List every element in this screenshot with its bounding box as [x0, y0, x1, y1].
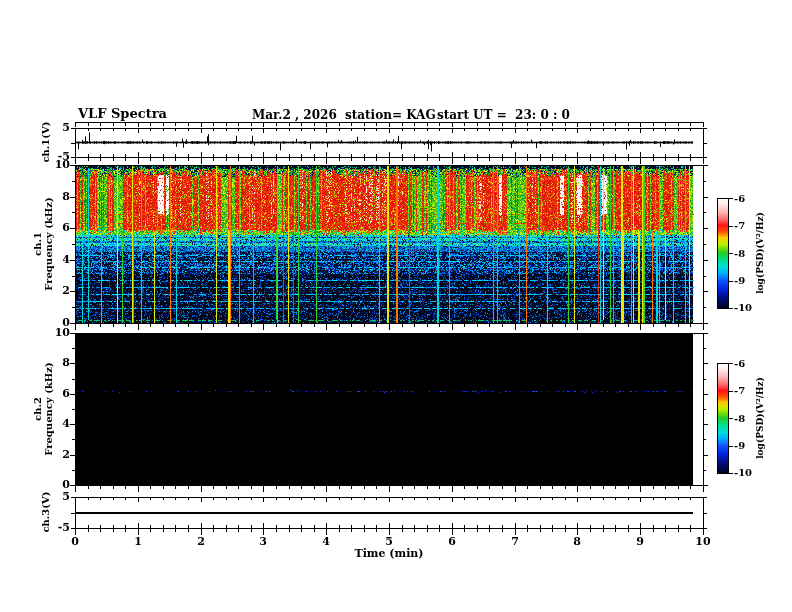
- ch1-wave-label-text: ch.1(V): [40, 121, 51, 162]
- cb2-tick: -8: [734, 413, 745, 424]
- ch2-freq-label-text: Frequency (kHz): [43, 362, 54, 455]
- ch2-spec-ytick: 2: [50, 449, 70, 461]
- cb1-tick: -9: [734, 275, 745, 286]
- cb2-label-text: log(PSD)(V²/Hz): [755, 377, 766, 459]
- panel-ch1-spectrogram: [75, 165, 703, 323]
- ch1-wave-ytick-max: 5: [50, 122, 70, 134]
- x-tick: 1: [123, 536, 153, 548]
- figure-title: VLF Spectra: [78, 106, 167, 121]
- x-tick: 2: [186, 536, 216, 548]
- ch1-spec-ytick: 4: [50, 254, 70, 266]
- ch1-spec-ytick: 8: [50, 191, 70, 203]
- ch1-spectrogram-ylabel: ch.1 Frequency (kHz): [32, 197, 54, 290]
- colorbar-ch2: [718, 363, 733, 473]
- figure-date: Mar.2 , 2026: [252, 108, 337, 122]
- cb2-tick: -10: [734, 467, 752, 478]
- cb1-tick: -8: [734, 248, 745, 259]
- vlf-spectra-figure: VLF Spectra Mar.2 , 2026 station= KAG st…: [0, 0, 792, 612]
- ch1-freq-label-text: Frequency (kHz): [43, 197, 54, 290]
- cb1-label-text: log(PSD)(V²/Hz): [755, 212, 766, 294]
- x-tick: 4: [311, 536, 341, 548]
- ch2-spec-ytick: 4: [50, 418, 70, 430]
- ch1-label-text: ch.1: [32, 197, 43, 290]
- panel-ch3-waveform: [75, 497, 703, 528]
- ch2-spectrogram-ylabel: ch.2 Frequency (kHz): [32, 362, 54, 455]
- cb1-tick: -6: [734, 193, 745, 204]
- cb2-tick: -7: [734, 385, 745, 396]
- ch2-label-text: ch.2: [32, 362, 43, 455]
- ch3-wave-ytick-min: -5: [50, 522, 70, 534]
- ch3-wave-ytick-max: 5: [50, 491, 70, 503]
- ch3-waveform-ylabel: ch.3(V): [40, 491, 51, 532]
- start-ut-label: start UT = 23: 0 : 0: [437, 108, 570, 122]
- ch1-spec-ytick: 10: [50, 159, 70, 171]
- colorbar-ch1: [718, 198, 733, 308]
- panel-ch1-waveform: [75, 128, 703, 157]
- cb1-label: log(PSD)(V²/Hz): [755, 212, 766, 294]
- x-tick: 7: [500, 536, 530, 548]
- x-tick: 10: [688, 536, 718, 548]
- panel-ch2-spectrogram: [75, 333, 703, 485]
- cb2-tick: -6: [734, 358, 745, 369]
- x-axis-label: Time (min): [339, 548, 439, 560]
- x-tick: 9: [625, 536, 655, 548]
- cb1-tick: -10: [734, 302, 752, 313]
- x-tick: 8: [562, 536, 592, 548]
- x-tick: 3: [248, 536, 278, 548]
- ch2-spec-ytick: 6: [50, 388, 70, 400]
- station-label: station= KAG: [345, 108, 436, 122]
- ch2-spec-ytick: 10: [50, 327, 70, 339]
- x-tick: 0: [60, 536, 90, 548]
- cb2-label: log(PSD)(V²/Hz): [755, 377, 766, 459]
- ch3-wave-label-text: ch.3(V): [40, 491, 51, 532]
- x-tick: 6: [437, 536, 467, 548]
- cb1-tick: -7: [734, 220, 745, 231]
- ch2-spec-ytick: 8: [50, 357, 70, 369]
- ch1-spec-ytick: 2: [50, 285, 70, 297]
- ch1-spec-ytick: 6: [50, 222, 70, 234]
- ch1-waveform-ylabel: ch.1(V): [40, 121, 51, 162]
- cb2-tick: -9: [734, 440, 745, 451]
